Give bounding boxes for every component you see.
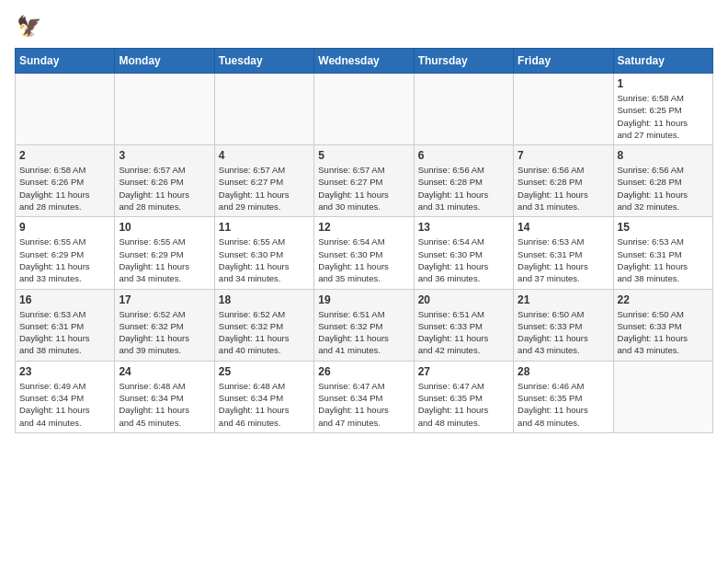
calendar-cell: 25Sunrise: 6:48 AM Sunset: 6:34 PM Dayli…	[214, 361, 313, 432]
day-number: 5	[318, 149, 409, 162]
day-info: Sunrise: 6:54 AM Sunset: 6:30 PM Dayligh…	[418, 236, 509, 284]
day-info: Sunrise: 6:53 AM Sunset: 6:31 PM Dayligh…	[19, 308, 110, 357]
calendar-cell: 6Sunrise: 6:56 AM Sunset: 6:28 PM Daylig…	[414, 145, 513, 217]
calendar-cell	[613, 361, 712, 432]
calendar-cell: 18Sunrise: 6:52 AM Sunset: 6:32 PM Dayli…	[214, 289, 313, 361]
day-number: 21	[518, 293, 609, 306]
calendar-cell	[414, 74, 513, 145]
day-number: 15	[618, 221, 709, 234]
calendar-cell: 19Sunrise: 6:51 AM Sunset: 6:32 PM Dayli…	[314, 289, 414, 361]
day-info: Sunrise: 6:56 AM Sunset: 6:28 PM Dayligh…	[518, 164, 609, 213]
calendar-week-row: 23Sunrise: 6:49 AM Sunset: 6:34 PM Dayli…	[16, 361, 713, 432]
calendar-cell: 20Sunrise: 6:51 AM Sunset: 6:33 PM Dayli…	[414, 289, 513, 361]
day-number: 23	[19, 365, 110, 378]
day-number: 7	[518, 149, 609, 162]
day-info: Sunrise: 6:50 AM Sunset: 6:33 PM Dayligh…	[518, 308, 609, 357]
day-info: Sunrise: 6:53 AM Sunset: 6:31 PM Dayligh…	[618, 236, 709, 284]
calendar-header-friday: Friday	[514, 49, 613, 74]
day-number: 24	[119, 365, 210, 378]
day-info: Sunrise: 6:50 AM Sunset: 6:33 PM Dayligh…	[618, 308, 709, 357]
calendar-header-monday: Monday	[115, 49, 214, 74]
day-info: Sunrise: 6:56 AM Sunset: 6:28 PM Dayligh…	[618, 164, 709, 213]
day-number: 28	[518, 365, 609, 378]
page-header: 🦅	[15, 15, 713, 39]
day-info: Sunrise: 6:58 AM Sunset: 6:26 PM Dayligh…	[19, 164, 110, 213]
calendar-cell: 9Sunrise: 6:55 AM Sunset: 6:29 PM Daylig…	[16, 217, 115, 289]
day-number: 12	[318, 221, 409, 234]
calendar-cell: 11Sunrise: 6:55 AM Sunset: 6:30 PM Dayli…	[214, 217, 313, 289]
day-info: Sunrise: 6:53 AM Sunset: 6:31 PM Dayligh…	[518, 236, 609, 284]
day-number: 26	[318, 365, 409, 378]
calendar-week-row: 9Sunrise: 6:55 AM Sunset: 6:29 PM Daylig…	[16, 217, 713, 289]
day-info: Sunrise: 6:48 AM Sunset: 6:34 PM Dayligh…	[219, 380, 310, 429]
day-number: 3	[119, 149, 210, 162]
day-number: 6	[418, 149, 509, 162]
day-number: 16	[19, 293, 110, 306]
day-info: Sunrise: 6:52 AM Sunset: 6:32 PM Dayligh…	[119, 308, 210, 357]
day-info: Sunrise: 6:46 AM Sunset: 6:35 PM Dayligh…	[518, 380, 609, 429]
calendar-cell: 26Sunrise: 6:47 AM Sunset: 6:34 PM Dayli…	[314, 361, 414, 432]
calendar-week-row: 16Sunrise: 6:53 AM Sunset: 6:31 PM Dayli…	[16, 289, 713, 361]
day-info: Sunrise: 6:49 AM Sunset: 6:34 PM Dayligh…	[19, 380, 110, 429]
calendar-cell: 10Sunrise: 6:55 AM Sunset: 6:29 PM Dayli…	[115, 217, 214, 289]
logo: 🦅	[15, 15, 41, 39]
day-info: Sunrise: 6:47 AM Sunset: 6:35 PM Dayligh…	[418, 380, 509, 429]
day-number: 22	[618, 293, 709, 306]
calendar-header-wednesday: Wednesday	[314, 49, 414, 74]
day-info: Sunrise: 6:57 AM Sunset: 6:27 PM Dayligh…	[219, 164, 310, 213]
day-info: Sunrise: 6:55 AM Sunset: 6:29 PM Dayligh…	[19, 236, 110, 284]
day-info: Sunrise: 6:48 AM Sunset: 6:34 PM Dayligh…	[119, 380, 210, 429]
day-info: Sunrise: 6:52 AM Sunset: 6:32 PM Dayligh…	[219, 308, 310, 357]
calendar-cell: 15Sunrise: 6:53 AM Sunset: 6:31 PM Dayli…	[613, 217, 712, 289]
calendar-cell: 1Sunrise: 6:58 AM Sunset: 6:25 PM Daylig…	[613, 74, 712, 145]
calendar-cell: 13Sunrise: 6:54 AM Sunset: 6:30 PM Dayli…	[414, 217, 513, 289]
logo-bird-icon: 🦅	[17, 15, 41, 39]
calendar-table: SundayMondayTuesdayWednesdayThursdayFrid…	[15, 48, 713, 433]
calendar-cell: 4Sunrise: 6:57 AM Sunset: 6:27 PM Daylig…	[214, 145, 313, 217]
calendar-cell: 7Sunrise: 6:56 AM Sunset: 6:28 PM Daylig…	[514, 145, 613, 217]
calendar-cell: 3Sunrise: 6:57 AM Sunset: 6:26 PM Daylig…	[115, 145, 214, 217]
calendar-cell	[514, 74, 613, 145]
calendar-header-tuesday: Tuesday	[214, 49, 313, 74]
day-info: Sunrise: 6:58 AM Sunset: 6:25 PM Dayligh…	[618, 92, 709, 141]
calendar-cell	[214, 74, 313, 145]
day-number: 2	[19, 149, 110, 162]
day-number: 18	[219, 293, 310, 306]
day-number: 1	[618, 77, 709, 90]
day-info: Sunrise: 6:54 AM Sunset: 6:30 PM Dayligh…	[318, 236, 409, 284]
calendar-header-sunday: Sunday	[16, 49, 115, 74]
day-number: 11	[219, 221, 310, 234]
day-info: Sunrise: 6:55 AM Sunset: 6:30 PM Dayligh…	[219, 236, 310, 284]
calendar-header-row: SundayMondayTuesdayWednesdayThursdayFrid…	[16, 49, 713, 74]
day-number: 19	[318, 293, 409, 306]
day-info: Sunrise: 6:47 AM Sunset: 6:34 PM Dayligh…	[318, 380, 409, 429]
calendar-cell: 23Sunrise: 6:49 AM Sunset: 6:34 PM Dayli…	[16, 361, 115, 432]
day-number: 10	[119, 221, 210, 234]
calendar-cell	[115, 74, 214, 145]
day-number: 4	[219, 149, 310, 162]
day-number: 14	[518, 221, 609, 234]
calendar-cell: 17Sunrise: 6:52 AM Sunset: 6:32 PM Dayli…	[115, 289, 214, 361]
day-info: Sunrise: 6:51 AM Sunset: 6:33 PM Dayligh…	[418, 308, 509, 357]
calendar-cell: 22Sunrise: 6:50 AM Sunset: 6:33 PM Dayli…	[613, 289, 712, 361]
calendar-cell: 16Sunrise: 6:53 AM Sunset: 6:31 PM Dayli…	[16, 289, 115, 361]
day-number: 25	[219, 365, 310, 378]
day-info: Sunrise: 6:56 AM Sunset: 6:28 PM Dayligh…	[418, 164, 509, 213]
calendar-cell: 28Sunrise: 6:46 AM Sunset: 6:35 PM Dayli…	[514, 361, 613, 432]
day-number: 8	[618, 149, 709, 162]
calendar-cell: 2Sunrise: 6:58 AM Sunset: 6:26 PM Daylig…	[16, 145, 115, 217]
calendar-cell: 14Sunrise: 6:53 AM Sunset: 6:31 PM Dayli…	[514, 217, 613, 289]
calendar-cell: 21Sunrise: 6:50 AM Sunset: 6:33 PM Dayli…	[514, 289, 613, 361]
day-number: 9	[19, 221, 110, 234]
calendar-header-saturday: Saturday	[613, 49, 712, 74]
day-number: 13	[418, 221, 509, 234]
day-info: Sunrise: 6:51 AM Sunset: 6:32 PM Dayligh…	[318, 308, 409, 357]
calendar-cell: 5Sunrise: 6:57 AM Sunset: 6:27 PM Daylig…	[314, 145, 414, 217]
calendar-cell: 12Sunrise: 6:54 AM Sunset: 6:30 PM Dayli…	[314, 217, 414, 289]
day-info: Sunrise: 6:57 AM Sunset: 6:26 PM Dayligh…	[119, 164, 210, 213]
calendar-cell: 27Sunrise: 6:47 AM Sunset: 6:35 PM Dayli…	[414, 361, 513, 432]
calendar-week-row: 1Sunrise: 6:58 AM Sunset: 6:25 PM Daylig…	[16, 74, 713, 145]
calendar-week-row: 2Sunrise: 6:58 AM Sunset: 6:26 PM Daylig…	[16, 145, 713, 217]
day-number: 20	[418, 293, 509, 306]
calendar-header-thursday: Thursday	[414, 49, 513, 74]
